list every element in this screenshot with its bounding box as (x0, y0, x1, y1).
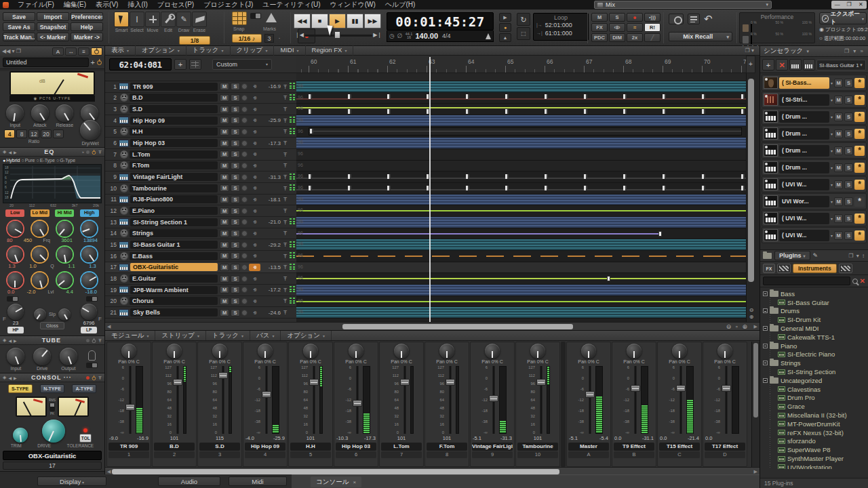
module-power-icon[interactable] (97, 59, 102, 66)
synth-mute-button[interactable]: M (834, 146, 843, 155)
collapse-icon[interactable]: ◀◀ ▾ ❐ (2, 48, 21, 54)
chevron-down-icon[interactable]: ▾ (831, 165, 833, 170)
input-echo-icon[interactable]: •))) (249, 184, 260, 192)
export-option-0[interactable]: ◉プロジェクト:05:25:17 (819, 26, 867, 33)
channel-strip-3[interactable]: Pan 0% C1271129680644832160115S.D3 (197, 342, 242, 467)
track-solo-button[interactable]: S (231, 106, 240, 113)
snap-toggle[interactable] (250, 13, 261, 19)
panel-tab-audio[interactable]: Audio (158, 476, 220, 486)
prev-icon[interactable]: ◀ (8, 150, 12, 155)
track-arm-button[interactable] (241, 230, 248, 237)
mode-button-PDC[interactable]: PDC (591, 33, 608, 42)
track-row-21[interactable]: 21Sky BellsMS•)))-24.6Ŧ (105, 307, 296, 319)
volume-fader[interactable] (677, 365, 685, 435)
time-signature[interactable]: 4/4 (442, 33, 451, 39)
synth-freeze-button[interactable]: * (854, 78, 865, 88)
synth-rack-item-0[interactable]: ( SI-Bass...▾MS* (762, 75, 867, 91)
mode-button-[interactable]: •))) (644, 13, 660, 22)
input-echo-icon[interactable]: •))) (249, 128, 260, 136)
track-solo-button[interactable]: S (231, 309, 240, 317)
layout-preset-dropdown[interactable]: Custom▾ (212, 59, 272, 70)
eq-knob-lvl-high[interactable] (81, 272, 97, 288)
add-synth-button[interactable]: + (762, 59, 774, 70)
track-row-11[interactable]: 11RJ8-Piano800MS•)))-18.1Ŧ (105, 195, 296, 206)
strip-name[interactable]: T15 Effect (659, 443, 700, 451)
menu-表示(V)[interactable]: 表示(V) (91, 0, 123, 9)
eq-band-lo-mid[interactable]: Lo Mid (31, 209, 50, 217)
input-echo-icon[interactable]: •))) (249, 241, 260, 249)
pan-knob[interactable] (485, 344, 500, 359)
dock-icons[interactable]: ❐ ▾ » (844, 48, 865, 54)
track-solo-button[interactable]: S (231, 241, 240, 249)
console-menu-モジュール[interactable]: モジュール▾ (105, 331, 155, 340)
metronome-icon[interactable] (486, 33, 491, 39)
input-echo-icon[interactable]: •))) (249, 83, 260, 90)
auto-icon[interactable]: A (52, 47, 64, 56)
collapse-icon[interactable] (763, 378, 768, 383)
clip-row-6[interactable]: 96 (296, 138, 746, 149)
clear-search-icon[interactable]: ✕ (860, 277, 865, 285)
channel-strip-2[interactable]: Pan 0% C1271129680644832160101B.D2 (152, 342, 197, 467)
pan-knob[interactable] (303, 344, 318, 359)
clip-row-10[interactable]: 96 (296, 183, 746, 195)
tree-plugin-grace[interactable]: Grace (763, 402, 868, 411)
track-arm-button[interactable] (241, 83, 248, 89)
track-solo-button[interactable]: S (231, 140, 240, 147)
tree-plugin-clavestinas[interactable]: Clavestinas (763, 385, 868, 394)
track-name[interactable]: SI-String Section 1 (130, 218, 218, 226)
track-row-18[interactable]: 18E.GuitarMS•)))Ŧ (105, 273, 296, 285)
input-echo-icon[interactable]: •))) (249, 275, 260, 283)
console-vertical-scrollbar[interactable] (751, 342, 760, 467)
track-mute-button[interactable]: M (220, 128, 229, 136)
eq-mode-pure[interactable]: ○Pure (21, 158, 35, 163)
channel-strip-4[interactable]: Pan 0% C60-6-12-18-38-∞-4.0-25.9Hip Hop … (243, 342, 288, 467)
strip-name[interactable]: Tambourine (517, 443, 558, 451)
tv-menu-トラック[interactable]: トラック▾ (186, 45, 231, 56)
track-solo-button[interactable]: S (231, 207, 240, 215)
track-mute-button[interactable]: M (220, 83, 229, 90)
track-mute-button[interactable]: M (220, 184, 229, 192)
loop-icon[interactable]: ↻ (517, 13, 530, 26)
synth-name[interactable]: ( Drum ... (779, 128, 829, 140)
tube-knob-output[interactable]: Output (60, 348, 77, 371)
synth-rack-item-4[interactable]: ( Drum ...▾MS* (762, 142, 867, 159)
pan-knob[interactable] (581, 344, 596, 359)
power-icon[interactable] (91, 47, 102, 56)
volume-fader[interactable] (174, 365, 182, 435)
minimize-icon[interactable]: — (831, 1, 843, 9)
track-man--button[interactable]: Track Man... (3, 33, 35, 41)
track-name[interactable]: Sky Bells (130, 308, 218, 317)
strip-name[interactable]: S.D (199, 443, 240, 451)
pan-knob[interactable] (672, 344, 687, 359)
add-preset-icon[interactable]: + (91, 58, 95, 66)
clip-row-20[interactable]: 96 (296, 296, 746, 308)
clip-row-1[interactable]: 96 (296, 81, 746, 93)
synth-solo-button[interactable]: S (844, 180, 853, 189)
track-mute-button[interactable]: M (220, 309, 229, 317)
console-tab[interactable]: コンソール× (311, 476, 361, 487)
next-icon[interactable]: ▶ (14, 338, 17, 343)
tempo-display[interactable]: 140.00 (415, 32, 438, 40)
pan-knob[interactable] (121, 344, 136, 359)
input-echo-icon[interactable]: •))) (249, 309, 260, 317)
track-arm-button[interactable] (241, 208, 248, 214)
tv-menu-Region FX[interactable]: Region FX▾ (306, 45, 354, 56)
close-icon[interactable]: ✕ (855, 1, 867, 9)
expand-icon[interactable]: » (82, 150, 84, 154)
track-solo-button[interactable]: S (231, 174, 240, 181)
pan-knob[interactable] (212, 344, 227, 359)
console-menu-トラック[interactable]: トラック▾ (206, 331, 250, 340)
ratio-12[interactable]: 12 (28, 129, 39, 138)
menu-ユーティリティ(U)[interactable]: ユーティリティ(U) (258, 0, 325, 9)
ratio-8[interactable]: 8 (16, 129, 27, 138)
rms-pk-switch[interactable]: RMSPK (49, 399, 56, 415)
synth-solo-button[interactable]: S (844, 96, 853, 104)
volume-fader[interactable] (722, 365, 730, 435)
track-mute-button[interactable]: M (220, 106, 229, 113)
track-row-9[interactable]: 9Vintage FairLightMS•)))-31.3Ŧ (105, 171, 296, 183)
stop-button[interactable]: ■ (311, 14, 328, 28)
tree-plugin-drum-pro[interactable]: Drum Pro (763, 394, 868, 403)
track-row-20[interactable]: 20ChorusMS•)))Ŧ (105, 296, 296, 308)
track-row-1[interactable]: 1TR 909MS•)))-16.9Ŧ (105, 81, 296, 93)
track-name[interactable]: Tambourine (130, 184, 218, 192)
